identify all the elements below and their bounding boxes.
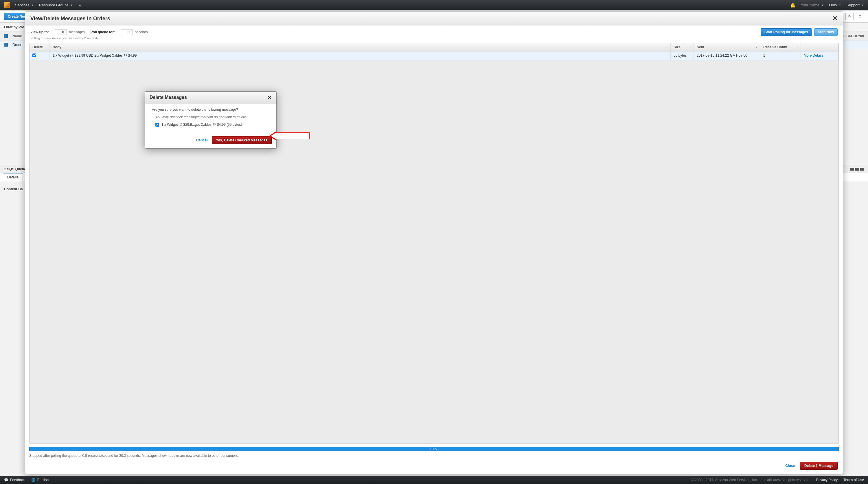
nav-user-label: Your Name	[801, 3, 820, 7]
language-link[interactable]: 🌐 English	[31, 478, 49, 482]
delete-checkbox[interactable]	[32, 54, 36, 57]
column-delete[interactable]: Delete	[30, 43, 50, 51]
chevron-down-icon: ▼	[861, 4, 864, 7]
poll-for-label: Poll queue for:	[91, 30, 115, 34]
stop-now-button[interactable]: Stop Now	[814, 28, 838, 36]
column-sent-fragment: 8 GMT-07:00	[843, 34, 864, 38]
poll-for-input[interactable]	[121, 29, 133, 35]
cell-size: 50 bytes	[671, 52, 694, 60]
nav-region[interactable]: Ohio ▼	[829, 3, 841, 7]
table-row[interactable]: 1 x Widget @ $29.99 USD 2 x Widget Cable…	[30, 52, 838, 60]
top-nav: Services ▼ Resource Groups ▼ ★ 🔔 Your Na…	[0, 0, 868, 10]
nav-services-label: Services	[15, 3, 30, 7]
tab-details[interactable]: Details	[3, 173, 23, 181]
feedback-link[interactable]: 💬 Feedback	[4, 478, 26, 482]
nav-user[interactable]: Your Name ▼	[801, 3, 824, 7]
callout-arrow-annotation	[269, 132, 312, 140]
view-mode-2-icon[interactable]	[855, 168, 859, 170]
nav-support-label: Support	[846, 3, 860, 7]
confirm-item-checkbox[interactable]	[155, 123, 159, 127]
select-all-checkbox[interactable]	[4, 34, 8, 38]
delete-messages-button[interactable]: Delete 1 Message	[800, 462, 838, 470]
sort-caret-icon: ▾	[689, 46, 691, 49]
start-polling-button[interactable]: Start Polling for Messages	[761, 28, 812, 36]
column-receive-count[interactable]: Receive Count▾	[761, 43, 801, 51]
confirm-delete-dialog: Delete Messages ✕ Are you sure you want …	[145, 91, 277, 149]
modal-title: View/Delete Messages in Orders	[30, 15, 110, 22]
nav-support[interactable]: Support ▼	[846, 3, 864, 7]
polling-controls: View up to: messages Poll queue for: sec…	[25, 26, 843, 36]
seconds-unit: seconds	[135, 30, 148, 34]
polling-note: Polling for new messages once every 2 se…	[25, 36, 843, 43]
close-icon[interactable]: ✕	[267, 95, 272, 100]
sort-caret-icon: ▾	[797, 46, 798, 49]
speech-icon: 💬	[4, 478, 8, 482]
arrow-head-inner	[271, 133, 276, 139]
view-mode-icons[interactable]	[850, 168, 864, 170]
cell-body: 1 x Widget @ $29.99 USD 2 x Widget Cable…	[50, 52, 671, 60]
pin-icon[interactable]: ★	[78, 3, 82, 7]
split-title: 1 SQS Queue	[4, 167, 26, 171]
cell-sent: 2017-08-10 11:24:22 GMT-07:00	[694, 52, 761, 60]
gear-icon[interactable]: ⚙	[856, 13, 864, 20]
chevron-down-icon: ▼	[839, 4, 841, 7]
nav-resource-groups-label: Resource Groups	[39, 3, 69, 7]
filter-label: Filter by Pre	[4, 25, 24, 29]
nav-region-label: Ohio	[829, 3, 837, 7]
row-checkbox[interactable]	[4, 43, 8, 46]
confirm-title: Delete Messages	[150, 95, 187, 100]
view-mode-3-icon[interactable]	[860, 168, 864, 170]
modal-header: View/Delete Messages in Orders ✕	[25, 12, 843, 26]
view-up-to-label: View up to:	[30, 30, 49, 34]
arrow-shaft	[275, 132, 310, 139]
column-details	[801, 43, 838, 51]
view-mode-1-icon[interactable]	[850, 168, 854, 170]
copyright: © 2008 - 2017, Amazon Web Services, Inc.…	[691, 478, 810, 482]
confirm-header: Delete Messages ✕	[145, 92, 276, 103]
nav-services[interactable]: Services ▼	[15, 3, 34, 7]
close-link[interactable]: Close	[785, 464, 795, 468]
language-label: English	[37, 478, 49, 482]
chevron-down-icon: ▼	[70, 4, 73, 7]
confirm-hint: You may uncheck messages that you do not…	[155, 115, 269, 119]
view-up-to-input[interactable]	[55, 29, 67, 35]
globe-icon: 🌐	[31, 478, 36, 482]
poll-status: Stopped after polling the queue at 0.5 r…	[29, 454, 839, 458]
feedback-label: Feedback	[10, 478, 26, 482]
chevron-down-icon: ▼	[821, 4, 824, 7]
messages-unit: messages	[69, 30, 85, 34]
view-delete-modal: View/Delete Messages in Orders ✕ View up…	[25, 11, 843, 474]
close-icon[interactable]: ✕	[832, 15, 838, 22]
row-name: Order	[12, 43, 22, 47]
refresh-icon[interactable]: ⟳	[845, 13, 854, 20]
bell-icon[interactable]: 🔔	[790, 3, 796, 8]
confirm-question: Are you sure you want to delete the foll…	[152, 107, 269, 111]
sort-caret-icon: ▾	[666, 46, 668, 49]
aws-logo-icon[interactable]	[4, 2, 10, 8]
sort-caret-icon: ▾	[756, 46, 757, 49]
yes-delete-button[interactable]: Yes, Delete Checked Messages	[212, 136, 272, 144]
cancel-link[interactable]: Cancel	[196, 138, 208, 142]
column-sent[interactable]: Sent▾	[694, 43, 761, 51]
modal-footer: Close Delete 1 Message	[25, 458, 843, 474]
column-body[interactable]: Body▾	[50, 43, 671, 51]
confirm-message-item: 1 x Widget @ $29.9...get Cables @ $4.99 …	[155, 123, 269, 127]
column-name[interactable]: Name	[12, 34, 22, 38]
progress-bar: 100%	[29, 447, 839, 451]
confirm-body: Are you sure you want to delete the foll…	[145, 103, 276, 132]
chevron-down-icon: ▼	[31, 4, 34, 7]
column-size[interactable]: Size▾	[671, 43, 694, 51]
more-details-link[interactable]: More Details	[804, 54, 823, 58]
cell-receive-count: 1	[761, 52, 801, 60]
confirm-footer: Cancel Yes, Delete Checked Messages	[145, 133, 276, 148]
messages-table-head: Delete Body▾ Size▾ Sent▾ Receive Count▾	[30, 43, 838, 52]
progress-wrap: 100%	[29, 447, 839, 451]
footer: 💬 Feedback 🌐 English © 2008 - 2017, Amaz…	[0, 476, 868, 484]
terms-link[interactable]: Terms of Use	[843, 478, 864, 482]
nav-resource-groups[interactable]: Resource Groups ▼	[39, 3, 73, 7]
confirm-item-text: 1 x Widget @ $29.9...get Cables @ $4.99 …	[161, 123, 242, 127]
privacy-link[interactable]: Privacy Policy	[816, 478, 838, 482]
